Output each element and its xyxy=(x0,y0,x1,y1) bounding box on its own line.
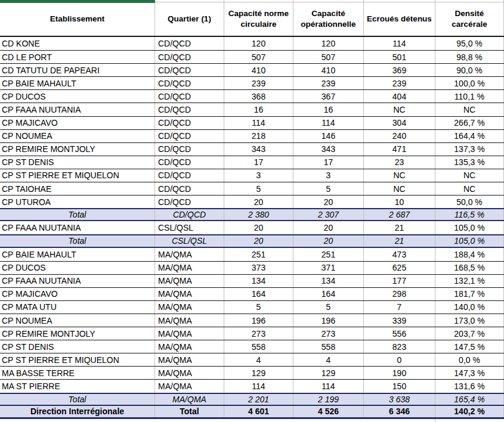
capacite-norme-cell[interactable]: 4 xyxy=(224,353,293,366)
capacite-norme-cell[interactable]: 4 601 xyxy=(224,406,293,417)
quartier-cell[interactable]: CD/QCD xyxy=(155,90,224,103)
capacite-operationnelle-cell[interactable]: 5 xyxy=(293,182,364,195)
capacite-operationnelle-cell[interactable]: 251 xyxy=(293,248,364,261)
quartier-cell[interactable]: MA/QMA xyxy=(155,248,224,261)
capacite-operationnelle-cell[interactable]: 239 xyxy=(293,77,364,89)
etablissement-cell[interactable]: Total xyxy=(0,209,155,220)
etablissement-cell[interactable]: CP ST PIERRE ET MIQUELON xyxy=(0,169,155,182)
ecroues-cell[interactable]: 556 xyxy=(364,327,435,340)
capacite-operationnelle-cell[interactable]: 4 526 xyxy=(293,406,364,417)
capacite-operationnelle-cell[interactable]: 5 xyxy=(293,301,364,314)
etablissement-cell[interactable]: CP ST DENIS xyxy=(0,156,155,169)
densite-cell[interactable]: 135,3 % xyxy=(435,156,504,169)
capacite-norme-cell[interactable]: 368 xyxy=(224,90,293,103)
capacite-operationnelle-cell[interactable]: 17 xyxy=(293,156,364,169)
densite-cell[interactable]: 98,8 % xyxy=(435,51,504,63)
etablissement-cell[interactable]: CP ST PIERRE ET MIQUELON xyxy=(0,353,155,366)
ecroues-cell[interactable]: 23 xyxy=(364,156,435,169)
ecroues-cell[interactable]: NC xyxy=(364,182,435,195)
capacite-norme-cell[interactable]: 273 xyxy=(224,327,293,340)
etablissement-cell[interactable]: CD TATUTU DE PAPEARI xyxy=(0,64,155,76)
quartier-cell[interactable]: MA/QMA xyxy=(155,380,224,392)
capacite-norme-cell[interactable]: 373 xyxy=(224,262,293,274)
capacite-norme-cell[interactable]: 20 xyxy=(224,221,293,234)
etablissement-cell[interactable]: CP MAJICAVO xyxy=(0,288,155,300)
quartier-cell[interactable]: MA/QMA xyxy=(155,367,224,379)
capacite-norme-cell[interactable]: 134 xyxy=(224,275,293,287)
densite-cell[interactable]: NC xyxy=(435,169,504,182)
etablissement-cell[interactable]: Direction Interrégionale xyxy=(0,406,155,417)
densite-cell[interactable]: 137,3 % xyxy=(435,143,504,156)
capacite-norme-cell[interactable]: 3 xyxy=(224,169,293,182)
quartier-cell[interactable]: CD/QCD xyxy=(155,130,224,142)
etablissement-cell[interactable]: CP ST DENIS xyxy=(0,340,155,353)
densite-cell[interactable]: 110,1 % xyxy=(435,90,504,103)
etablissement-cell[interactable]: CD KONE xyxy=(0,37,155,50)
capacite-norme-cell[interactable]: 410 xyxy=(224,64,293,76)
capacite-norme-cell[interactable]: 114 xyxy=(224,117,293,129)
etablissement-cell[interactable]: CP NOUMEA xyxy=(0,130,155,142)
etablissement-cell[interactable]: CP TAIOHAE xyxy=(0,182,155,195)
capacite-operationnelle-cell[interactable]: 2 199 xyxy=(293,394,364,405)
capacite-operationnelle-cell[interactable]: 20 xyxy=(293,235,364,246)
densite-cell[interactable]: 147,5 % xyxy=(435,340,504,353)
densite-cell[interactable]: 165,4 % xyxy=(435,394,504,405)
capacite-operationnelle-cell[interactable]: 3 xyxy=(293,169,364,182)
quartier-cell[interactable]: MA/QMA xyxy=(155,275,224,287)
densite-cell[interactable]: 140,0 % xyxy=(435,301,504,314)
capacite-norme-cell[interactable]: 5 xyxy=(224,301,293,314)
ecroues-cell[interactable]: 7 xyxy=(364,301,435,314)
etablissement-cell[interactable]: Total xyxy=(0,394,155,405)
capacite-norme-cell[interactable]: 5 xyxy=(224,182,293,195)
densite-cell[interactable]: NC xyxy=(435,103,504,116)
densite-cell[interactable]: 188,4 % xyxy=(435,248,504,261)
ecroues-cell[interactable]: 240 xyxy=(364,130,435,142)
densite-cell[interactable]: 50,0 % xyxy=(435,196,504,208)
ecroues-cell[interactable]: 339 xyxy=(364,314,435,327)
capacite-operationnelle-cell[interactable]: 367 xyxy=(293,90,364,103)
quartier-cell[interactable]: CSL/QSL xyxy=(155,235,224,246)
densite-cell[interactable]: 203,7 % xyxy=(435,327,504,340)
densite-cell[interactable]: 95,0 % xyxy=(435,37,504,50)
capacite-norme-cell[interactable]: 164 xyxy=(224,288,293,300)
col-header-ecroues[interactable]: Ecroués détenus xyxy=(364,0,435,36)
col-header-densite[interactable]: Densité carcérale xyxy=(435,0,504,36)
ecroues-cell[interactable]: 625 xyxy=(364,262,435,274)
capacite-operationnelle-cell[interactable]: 371 xyxy=(293,262,364,274)
capacite-operationnelle-cell[interactable]: 146 xyxy=(293,130,364,142)
ecroues-cell[interactable]: 369 xyxy=(364,64,435,76)
ecroues-cell[interactable]: 190 xyxy=(364,367,435,379)
etablissement-cell[interactable]: CP FAAA NUUTANIA xyxy=(0,275,155,287)
quartier-cell[interactable]: CD/QCD xyxy=(155,169,224,182)
capacite-norme-cell[interactable]: 20 xyxy=(224,235,293,246)
capacite-norme-cell[interactable]: 2 201 xyxy=(224,394,293,405)
ecroues-cell[interactable]: NC xyxy=(364,103,435,116)
ecroues-cell[interactable]: 114 xyxy=(364,37,435,50)
capacite-operationnelle-cell[interactable]: 16 xyxy=(293,103,364,116)
capacite-norme-cell[interactable]: 507 xyxy=(224,51,293,63)
densite-cell[interactable]: 140,2 % xyxy=(435,406,504,417)
col-header-capacite-operationnelle[interactable]: Capacité opérationnelle xyxy=(293,0,364,36)
densite-cell[interactable]: 173,0 % xyxy=(435,314,504,327)
densite-cell[interactable]: 164,4 % xyxy=(435,130,504,142)
quartier-cell[interactable]: CD/QCD xyxy=(155,103,224,116)
quartier-cell[interactable]: CD/QCD xyxy=(155,143,224,156)
ecroues-cell[interactable]: 21 xyxy=(364,221,435,234)
ecroues-cell[interactable]: 2 687 xyxy=(364,209,435,220)
capacite-operationnelle-cell[interactable]: 134 xyxy=(293,275,364,287)
etablissement-cell[interactable]: MA ST PIERRE xyxy=(0,380,155,392)
etablissement-cell[interactable]: CP MAJICAVO xyxy=(0,117,155,129)
quartier-cell[interactable]: CSL/QSL xyxy=(155,221,224,234)
quartier-cell[interactable]: CD/QCD xyxy=(155,64,224,76)
capacite-operationnelle-cell[interactable]: 507 xyxy=(293,51,364,63)
quartier-cell[interactable]: MA/QMA xyxy=(155,262,224,274)
ecroues-cell[interactable]: 823 xyxy=(364,340,435,353)
ecroues-cell[interactable]: 21 xyxy=(364,235,435,246)
etablissement-cell[interactable]: Total xyxy=(0,235,155,246)
densite-cell[interactable]: 181,7 % xyxy=(435,288,504,300)
capacite-operationnelle-cell[interactable]: 114 xyxy=(293,380,364,392)
ecroues-cell[interactable]: 501 xyxy=(364,51,435,63)
capacite-operationnelle-cell[interactable]: 4 xyxy=(293,353,364,366)
etablissement-cell[interactable]: CP REMIRE MONTJOLY xyxy=(0,327,155,340)
capacite-operationnelle-cell[interactable]: 273 xyxy=(293,327,364,340)
